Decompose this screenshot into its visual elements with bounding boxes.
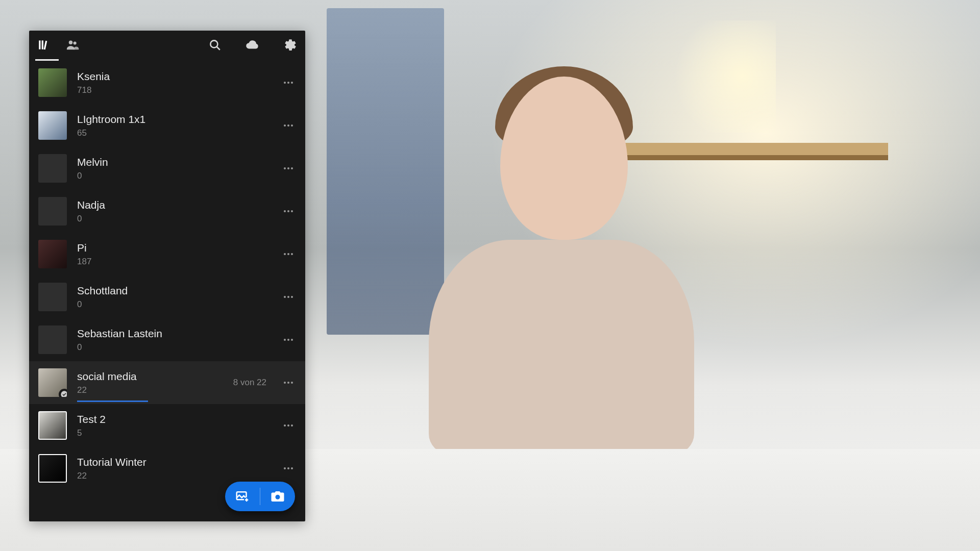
album-row[interactable]: Pi187 [29,233,305,276]
album-title: Ksenia [77,70,270,83]
album-thumbnail [38,240,67,268]
album-title: Test 2 [77,413,270,425]
album-meta: Melvin0 [77,156,270,181]
svg-point-31 [291,382,293,384]
album-meta: Schottland0 [77,284,270,309]
album-thumbnail [38,325,67,354]
svg-rect-1 [42,40,43,49]
gear-icon [284,38,297,52]
svg-point-22 [284,296,286,298]
tab-people[interactable] [64,36,81,54]
album-count: 187 [77,257,270,267]
svg-point-34 [291,424,293,427]
album-meta: Test 25 [77,413,270,438]
album-thumbnail [38,111,67,140]
svg-point-18 [291,210,293,212]
album-meta: LIghtroom 1x165 [77,113,270,138]
tab-library[interactable] [35,36,53,54]
more-icon [282,377,295,389]
album-more-button[interactable] [280,74,297,91]
more-icon [282,77,295,89]
album-title: Schottland [77,284,270,297]
album-thumbnail [38,454,67,483]
svg-point-28 [61,391,67,397]
camera-button[interactable] [268,487,287,506]
album-thumbnail [38,411,67,440]
album-title: Melvin [77,156,270,168]
album-more-button[interactable] [280,117,297,134]
album-thumbnail [38,68,67,97]
more-icon [282,248,295,260]
album-row[interactable]: social media228 von 22 [29,361,305,404]
more-icon [282,419,295,432]
album-more-button[interactable] [280,288,297,306]
svg-point-29 [284,382,286,384]
album-sync-progress [77,400,148,402]
svg-point-15 [291,167,293,169]
album-more-button[interactable] [280,203,297,220]
album-title: Tutorial Winter [77,456,270,468]
album-more-button[interactable] [280,331,297,348]
album-thumbnail [38,368,67,397]
svg-point-17 [287,210,289,212]
svg-point-16 [284,210,286,212]
svg-point-4 [74,41,77,44]
svg-point-7 [284,82,286,84]
svg-point-14 [287,167,289,169]
album-count: 0 [77,214,270,224]
album-count: 5 [77,428,270,438]
cloud-icon [245,37,260,53]
svg-point-27 [291,339,293,341]
camera-icon [270,489,285,504]
add-fab [225,482,295,511]
album-row[interactable]: Sebastian Lastein0 [29,318,305,361]
svg-point-23 [287,296,289,298]
svg-point-20 [287,253,289,255]
add-photos-button[interactable] [233,487,252,506]
more-icon [282,334,295,346]
album-title: Pi [77,241,270,254]
album-count: 22 [77,385,223,395]
more-icon [282,291,295,303]
album-count: 718 [77,85,270,95]
album-row[interactable]: Ksenia718 [29,61,305,104]
album-row[interactable]: Test 25 [29,404,305,447]
album-row[interactable]: Melvin0 [29,147,305,190]
svg-point-36 [287,467,289,469]
active-tab-underline [35,59,59,61]
album-thumbnail [38,154,67,183]
album-meta: Sebastian Lastein0 [77,327,270,352]
album-count: 0 [77,299,270,310]
svg-point-5 [210,40,217,47]
svg-point-33 [287,424,289,427]
album-more-button[interactable] [280,160,297,177]
bg-person [388,56,715,464]
album-meta: social media22 [77,370,223,395]
album-count: 0 [77,342,270,353]
album-sync-status: 8 von 22 [233,378,266,388]
album-list[interactable]: Ksenia718LIghtroom 1x165Melvin0Nadja0Pi1… [29,59,305,521]
more-icon [282,205,295,217]
svg-point-12 [291,124,293,127]
album-meta: Tutorial Winter22 [77,456,270,481]
people-icon [65,38,80,52]
search-button[interactable] [206,36,224,54]
album-row[interactable]: LIghtroom 1x165 [29,104,305,147]
album-count: 22 [77,471,270,481]
svg-point-9 [291,82,293,84]
album-row[interactable]: Nadja0 [29,190,305,233]
library-icon [37,38,51,52]
album-more-button[interactable] [280,417,297,434]
svg-point-10 [284,124,286,127]
more-icon [282,119,295,132]
app-panel: Ksenia718LIghtroom 1x165Melvin0Nadja0Pi1… [29,31,305,521]
settings-button[interactable] [282,36,299,54]
album-row[interactable]: Schottland0 [29,276,305,318]
album-more-button[interactable] [280,374,297,391]
more-icon [282,462,295,474]
svg-point-11 [287,124,289,127]
album-more-button[interactable] [280,245,297,263]
album-more-button[interactable] [280,460,297,477]
album-title: Sebastian Lastein [77,327,270,340]
cloud-sync-button[interactable] [244,36,261,54]
